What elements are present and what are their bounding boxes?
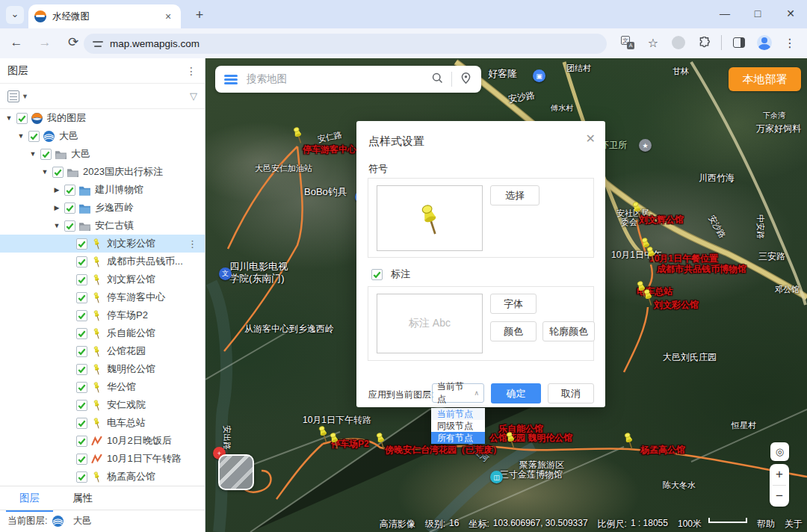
map-pushpin-icon[interactable] bbox=[641, 288, 655, 307]
layer-checkbox[interactable] bbox=[76, 328, 87, 339]
font-button[interactable]: 字体 bbox=[490, 294, 537, 314]
tree-item[interactable]: ▼2023国庆出行标注 bbox=[0, 163, 205, 181]
layer-checkbox[interactable] bbox=[64, 202, 75, 214]
layer-checkbox[interactable] bbox=[76, 274, 87, 285]
layer-checkbox[interactable] bbox=[76, 454, 87, 465]
search-input[interactable]: 搜索地图 bbox=[247, 72, 431, 86]
map-poi-icon[interactable]: 文 bbox=[219, 267, 232, 280]
window-close-button[interactable]: ✕ bbox=[774, 0, 807, 28]
zoom-out-button[interactable]: − bbox=[770, 486, 789, 507]
tab-search-chevron-icon[interactable]: ⌄ bbox=[6, 6, 24, 24]
expand-icon[interactable]: ▶ bbox=[52, 186, 61, 194]
extensions-puzzle-icon[interactable] bbox=[693, 31, 715, 54]
browser-menu-icon[interactable]: ⋮ bbox=[779, 31, 801, 54]
layer-checkbox[interactable] bbox=[76, 256, 87, 267]
map-poi-icon[interactable]: ◫ bbox=[490, 471, 503, 483]
profile-avatar[interactable] bbox=[753, 31, 776, 54]
window-maximize-button[interactable]: □ bbox=[741, 0, 774, 28]
dropdown-option[interactable]: 所有节点 bbox=[431, 432, 485, 444]
map-search-bar[interactable]: 搜索地图 bbox=[215, 66, 481, 93]
tree-item[interactable]: 10月2日晚饭后 bbox=[0, 432, 205, 450]
color-button[interactable]: 颜色 bbox=[490, 321, 537, 341]
tab-layers[interactable]: 图层 bbox=[19, 492, 40, 505]
tree-item[interactable]: ▼我的图层 bbox=[0, 109, 205, 127]
cancel-button[interactable]: 取消 bbox=[548, 383, 594, 403]
layer-checkbox[interactable] bbox=[76, 418, 87, 429]
search-icon[interactable] bbox=[431, 72, 444, 87]
map-poi-icon[interactable]: ★ bbox=[639, 139, 652, 152]
dialog-close-icon[interactable]: ✕ bbox=[586, 132, 596, 146]
symbol-select-button[interactable]: 选择 bbox=[490, 185, 539, 205]
tree-item[interactable]: 停车游客中心 bbox=[0, 288, 205, 306]
map-pushpin-icon[interactable] bbox=[644, 245, 658, 265]
layer-checkbox[interactable] bbox=[28, 131, 40, 142]
menu-hamburger-icon[interactable] bbox=[224, 75, 238, 84]
bookmark-star-icon[interactable]: ☆ bbox=[642, 31, 664, 54]
outline-color-button[interactable]: 轮廓颜色 bbox=[542, 321, 595, 341]
layer-list-view-button[interactable]: ▼ bbox=[7, 90, 28, 102]
layer-checkbox[interactable] bbox=[76, 346, 87, 357]
address-bar[interactable]: map.wemapgis.com bbox=[84, 34, 607, 54]
dropdown-option[interactable]: 当前节点 bbox=[431, 408, 485, 420]
map-pushpin-icon[interactable] bbox=[504, 430, 518, 450]
collapse-icon[interactable]: ▼ bbox=[52, 222, 61, 229]
layer-checkbox[interactable] bbox=[40, 149, 52, 160]
tree-item[interactable]: ▼安仁古镇 bbox=[0, 217, 205, 235]
layer-checkbox[interactable] bbox=[76, 436, 87, 447]
layer-checkbox[interactable] bbox=[64, 185, 75, 196]
about-link[interactable]: 关于 bbox=[785, 518, 803, 531]
tree-item[interactable]: 电车总站 bbox=[0, 414, 205, 432]
extension-icon[interactable] bbox=[667, 31, 690, 54]
label-checkbox[interactable] bbox=[371, 269, 383, 280]
item-menu-icon[interactable]: ⋮ bbox=[188, 238, 197, 250]
site-settings-icon[interactable] bbox=[93, 39, 103, 49]
tree-item[interactable]: ▶建川博物馆 bbox=[0, 181, 205, 199]
tree-item[interactable]: 成都市共品钱币... bbox=[0, 253, 205, 270]
tree-item[interactable]: 停车场P2 bbox=[0, 306, 205, 324]
tree-item[interactable]: 华公馆 bbox=[0, 378, 205, 396]
panel-menu-icon[interactable]: ⋮ bbox=[185, 65, 197, 77]
reload-button[interactable]: ⟳ bbox=[61, 31, 85, 55]
layer-checkbox[interactable] bbox=[52, 167, 64, 178]
tree-item[interactable]: 公馆花园 bbox=[0, 342, 205, 360]
new-tab-button[interactable]: + bbox=[190, 6, 209, 25]
browser-tab[interactable]: 水经微图 × bbox=[28, 4, 181, 28]
collapse-icon[interactable]: ▼ bbox=[28, 150, 37, 158]
collapse-icon[interactable]: ▼ bbox=[40, 168, 49, 176]
tree-item[interactable]: 安仁戏院 bbox=[0, 396, 205, 414]
recenter-button[interactable]: ◎ bbox=[770, 442, 789, 461]
map-pushpin-icon[interactable] bbox=[327, 431, 341, 451]
layer-checkbox[interactable] bbox=[16, 113, 28, 124]
tab-properties[interactable]: 属性 bbox=[72, 492, 93, 505]
label-checkbox-row[interactable]: 标注 bbox=[368, 267, 410, 281]
tree-item[interactable]: ▶乡逸西岭 bbox=[0, 199, 205, 217]
layer-checkbox[interactable] bbox=[64, 220, 75, 232]
tree-item[interactable]: 杨孟高公馆 bbox=[0, 468, 205, 486]
map-poi-icon[interactable]: ▣ bbox=[533, 69, 545, 82]
layer-checkbox[interactable] bbox=[76, 471, 87, 483]
layer-checkbox[interactable] bbox=[76, 238, 87, 250]
collapse-icon[interactable]: ▼ bbox=[4, 114, 13, 122]
layer-checkbox[interactable] bbox=[76, 310, 87, 321]
map-pushpin-icon[interactable] bbox=[374, 431, 388, 451]
back-button[interactable]: ← bbox=[4, 31, 28, 55]
ok-button[interactable]: 确定 bbox=[491, 383, 541, 403]
filter-icon[interactable]: ▽ bbox=[190, 90, 197, 102]
translate-icon[interactable]: 文A bbox=[616, 31, 639, 54]
help-link[interactable]: 帮助 bbox=[757, 518, 775, 531]
layer-checkbox[interactable] bbox=[76, 364, 87, 375]
layer-checkbox[interactable] bbox=[76, 382, 87, 393]
local-deploy-button[interactable]: 本地部署 bbox=[729, 67, 801, 91]
tree-item[interactable]: 乐自能公馆 bbox=[0, 324, 205, 342]
layer-checkbox[interactable] bbox=[76, 400, 87, 411]
tree-item[interactable]: ▼大邑 bbox=[0, 127, 205, 145]
window-minimize-button[interactable]: — bbox=[708, 0, 741, 28]
tree-item[interactable]: 10月1日下午转路 bbox=[0, 450, 205, 468]
apply-scope-select[interactable]: 当前节点 ∧ bbox=[432, 383, 484, 403]
tree-item[interactable]: 魏明伦公馆 bbox=[0, 360, 205, 378]
map-pushpin-icon[interactable] bbox=[630, 200, 644, 220]
tab-close-icon[interactable]: × bbox=[161, 10, 175, 22]
dropdown-option[interactable]: 同级节点 bbox=[431, 420, 485, 432]
tree-item[interactable]: ▼大邑 bbox=[0, 145, 205, 163]
locate-pin-icon[interactable] bbox=[460, 72, 472, 87]
